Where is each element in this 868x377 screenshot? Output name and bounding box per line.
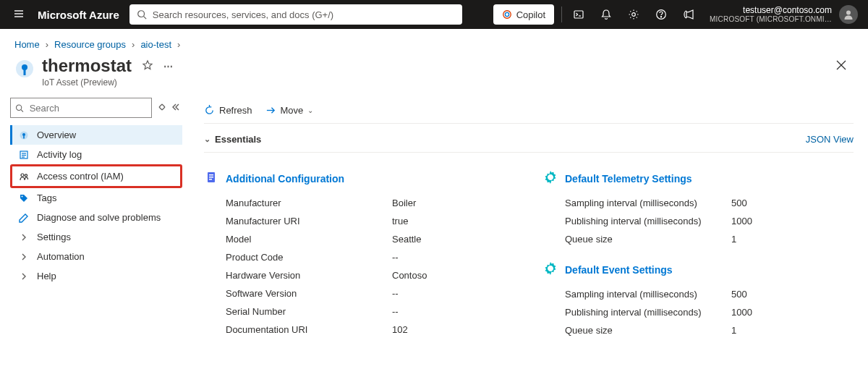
top-icon-bar [565,0,702,29]
property-row: Documentation URI102 [204,321,514,339]
property-value: -- [392,306,399,317]
property-value: Seattle [392,234,421,245]
property-label: Product Code [226,252,392,263]
property-value: 1 [731,325,736,336]
section-event-settings: Default Event Settings Sampling interval… [543,261,854,339]
section-additional-configuration: Additional Configuration ManufacturerBoi… [204,170,514,339]
property-label: Sampling interval (milliseconds) [565,198,731,208]
property-row: Manufacturer URItrue [204,212,514,230]
global-search-input[interactable]: Search resources, services, and docs (G+… [129,4,462,25]
svg-point-28 [25,174,27,176]
chevron-down-icon: ⌄ [204,135,210,144]
sidebar-item-help[interactable]: Help [10,266,182,286]
refresh-icon [204,105,215,116]
sidebar-search-field[interactable] [28,102,147,114]
property-value: 1 [731,234,736,245]
svg-point-27 [21,174,24,177]
svg-line-4 [143,17,146,20]
copilot-button[interactable]: Copilot [493,4,554,25]
property-row: Publishing interval (milliseconds)1000 [543,303,854,321]
user-account[interactable]: testuser@contoso.com MICROSOFT (MICROSOF… [702,6,835,23]
section-title: Additional Configuration [226,173,344,185]
sidebar-nav: Overview Activity log Access control (IA… [10,125,182,286]
arrow-right-icon [265,105,276,116]
chevron-right-icon: › [46,39,48,50]
cloud-shell-icon[interactable] [565,0,592,29]
svg-rect-7 [574,11,583,18]
property-value: 1000 [731,216,752,226]
svg-rect-33 [209,177,213,178]
property-value: -- [392,252,399,263]
breadcrumb: Home › Resource groups › aio-test › [0,29,868,54]
sidebar: Overview Activity log Access control (IA… [0,95,190,354]
sidebar-item-label: Activity log [37,149,82,160]
property-label: Manufacturer [226,198,392,208]
property-label: Hardware Version [226,270,392,281]
json-view-link[interactable]: JSON View [806,134,854,145]
property-row: Serial Number-- [204,302,514,321]
sidebar-item-access-control[interactable]: Access control (IAM) [10,164,182,188]
sort-icon[interactable] [158,103,166,114]
property-row: Publishing interval (milliseconds)1000 [543,212,854,230]
global-search-placeholder: Search resources, services, and docs (G+… [153,9,333,20]
property-value: 1000 [731,307,752,318]
svg-point-9 [632,13,636,17]
property-row: Software Version-- [204,284,514,302]
chevron-right-icon [18,234,30,241]
properties-grid: Additional Configuration ManufacturerBoi… [204,153,854,339]
gear-icon[interactable] [620,0,647,29]
sidebar-item-tags[interactable]: Tags [10,188,182,208]
sidebar-search-input[interactable] [10,98,152,118]
breadcrumb-home[interactable]: Home [14,39,40,50]
sidebar-item-label: Help [37,271,56,281]
page-title: thermostat [42,56,132,76]
more-icon[interactable]: ⋯ [163,61,173,72]
svg-point-12 [846,11,851,15]
svg-point-29 [22,195,23,197]
close-icon[interactable] [829,56,854,77]
section-telemetry-settings: Default Telemetry Settings Sampling inte… [543,170,854,248]
chevron-right-icon: › [177,39,180,50]
section-title: Default Telemetry Settings [565,173,692,185]
move-button[interactable]: Move ⌄ [265,105,314,116]
tag-icon [18,193,30,203]
gear-icon [543,261,558,278]
property-label: Software Version [226,288,392,299]
property-label: Queue size [565,325,731,336]
sidebar-item-overview[interactable]: Overview [10,125,182,145]
svg-rect-34 [209,179,212,180]
collapse-sidebar-icon[interactable] [171,103,179,114]
sidebar-item-label: Overview [37,130,76,140]
property-row: Queue size1 [543,230,854,248]
sidebar-item-automation[interactable]: Automation [10,247,182,266]
property-row: Hardware VersionContoso [204,266,514,284]
property-row: Sampling interval (milliseconds)500 [543,194,854,212]
sidebar-item-diagnose[interactable]: Diagnose and solve problems [10,208,182,227]
property-label: Publishing interval (milliseconds) [565,307,731,318]
feedback-icon[interactable] [675,0,702,29]
property-value: Contoso [392,270,427,281]
sidebar-item-settings[interactable]: Settings [10,227,182,247]
refresh-button[interactable]: Refresh [204,105,252,116]
property-label: Manufacturer URI [226,216,392,226]
config-icon [204,170,218,187]
chevron-right-icon [18,253,30,260]
gear-icon [543,170,558,187]
avatar[interactable] [839,5,858,24]
resource-icon [14,59,35,79]
user-tenant: MICROSOFT (MICROSOFT.ONMI… [710,15,832,23]
property-label: Sampling interval (milliseconds) [565,289,731,300]
breadcrumb-resource-groups[interactable]: Resource groups [54,39,126,50]
svg-point-36 [548,266,553,271]
menu-icon[interactable] [6,8,32,22]
brand-label[interactable]: Microsoft Azure [32,9,129,21]
copilot-icon [502,9,512,20]
property-label: Queue size [565,234,731,245]
breadcrumb-resource-group-name[interactable]: aio-test [140,39,171,50]
chevron-right-icon: › [132,39,135,50]
sidebar-item-activity-log[interactable]: Activity log [10,145,182,164]
favorite-star-icon[interactable] [142,59,153,73]
help-icon[interactable] [647,0,675,29]
essentials-toggle[interactable]: ⌄ Essentials [204,134,261,145]
notifications-icon[interactable] [592,0,620,29]
